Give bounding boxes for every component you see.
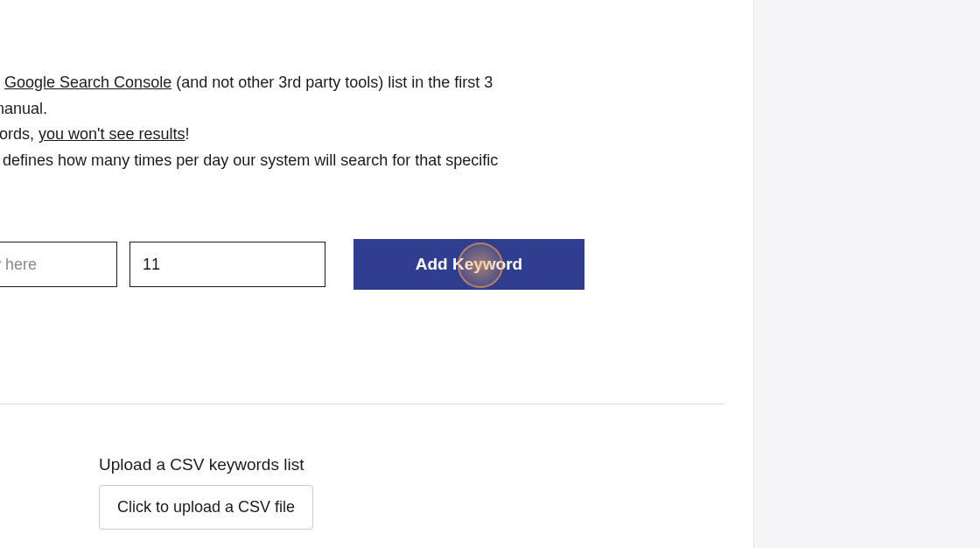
main-content-panel: rds that Google Search Console (and not … bbox=[0, 0, 754, 548]
instruction-line-4: quency defines how many times per day ou… bbox=[0, 148, 665, 174]
right-side-panel bbox=[754, 0, 980, 548]
instruction-line-1: rds that Google Search Console (and not … bbox=[0, 70, 665, 96]
upload-label: Upload a CSV keywords list bbox=[99, 455, 313, 474]
instruction-line-2: in our manual. bbox=[0, 96, 665, 123]
instructions-text: rds that Google Search Console (and not … bbox=[0, 70, 665, 174]
instruction-line-1-suffix: (and not other 3rd party tools) list in … bbox=[172, 74, 493, 91]
frequency-input[interactable] bbox=[130, 242, 326, 287]
add-keyword-button[interactable]: Add Keyword bbox=[354, 239, 584, 290]
instruction-line-3-underline: you won't see results bbox=[38, 125, 186, 143]
instruction-line-3: w keywords, you won't see results! bbox=[0, 122, 665, 148]
instruction-line-3-suffix: ! bbox=[186, 125, 190, 143]
upload-csv-button[interactable]: Click to upload a CSV file bbox=[99, 485, 313, 530]
keyword-input-row: Add Keyword bbox=[0, 239, 584, 290]
instruction-line-3-prefix: w keywords, bbox=[0, 125, 38, 143]
section-divider bbox=[0, 404, 724, 404]
keyword-input[interactable] bbox=[0, 242, 117, 287]
upload-section: Upload a CSV keywords list Click to uplo… bbox=[99, 455, 313, 530]
google-search-console-link[interactable]: Google Search Console bbox=[4, 74, 172, 91]
